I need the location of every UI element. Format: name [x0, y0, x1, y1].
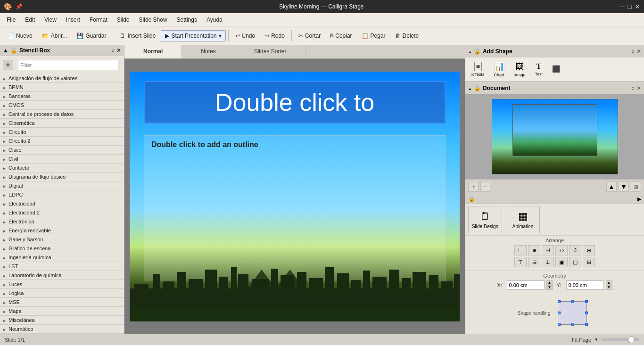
stencil-filter-input[interactable] — [18, 60, 118, 70]
align-center-h-button[interactable]: ⊕ — [528, 245, 540, 255]
insert-slide-button[interactable]: 🗒 Insert Slide — [116, 30, 160, 41]
menu-format[interactable]: Format — [85, 15, 112, 25]
list-item[interactable]: CMOS — [0, 101, 124, 110]
list-item[interactable]: Circuito 2 — [0, 137, 124, 146]
align-middle-v-button[interactable]: ⊟ — [528, 257, 540, 267]
geometry-y-input[interactable] — [566, 280, 604, 290]
align-full-button[interactable]: ⊞ — [583, 245, 595, 255]
start-presentation-button[interactable]: ▶ Start Presentation ▾ — [161, 30, 225, 41]
align-bottom-button[interactable]: ⊥ — [542, 257, 554, 267]
list-item[interactable]: EDPC — [0, 190, 124, 199]
distribute-v-button[interactable]: ⇕ — [569, 245, 581, 255]
abrir-button[interactable]: 📂 Abrir... — [38, 30, 72, 41]
stencil-close-icon[interactable]: ✕ — [116, 47, 121, 54]
menu-edit[interactable]: Edit — [20, 15, 40, 25]
bring-front-button[interactable]: ▣ — [555, 257, 568, 267]
group-button[interactable]: ⊟ — [583, 257, 595, 267]
list-item[interactable]: Lógica — [0, 289, 124, 298]
list-item[interactable]: BPMN — [0, 83, 124, 92]
send-back-button[interactable]: ▢ — [569, 257, 581, 267]
list-item[interactable]: Mapa — [0, 307, 124, 316]
slide-outline-box[interactable]: Double click to add an outline — [144, 135, 446, 281]
doc-remove-button[interactable]: − — [480, 182, 491, 192]
list-item[interactable]: Cisco — [0, 146, 124, 155]
doc-prev-button[interactable]: ▲ — [606, 181, 617, 192]
doc-next-button[interactable]: ▼ — [619, 181, 629, 192]
add-image-button[interactable]: 🖼 Image — [511, 60, 529, 79]
document-collapse-icon[interactable] — [468, 85, 472, 91]
list-item[interactable]: LST — [0, 262, 124, 271]
undo-button[interactable]: ↩ Undo — [231, 30, 260, 41]
slide-design-button[interactable]: 🗒 Slide Design — [468, 206, 502, 233]
list-item[interactable]: Electricidad 2 — [0, 208, 124, 217]
list-item[interactable]: Laboratorio de química — [0, 271, 124, 280]
list-item[interactable]: Ingeniería química — [0, 253, 124, 262]
align-top-button[interactable]: ⊤ — [514, 257, 527, 267]
list-item[interactable]: Neumático — [0, 325, 124, 334]
list-item[interactable]: Miscelánea — [0, 316, 124, 325]
zoom-slider[interactable] — [602, 338, 639, 341]
close-button[interactable]: ✕ — [635, 3, 640, 10]
tab-notes[interactable]: Notes — [182, 45, 235, 58]
list-item[interactable]: Central de proceso de datos — [0, 110, 124, 119]
slide-canvas[interactable]: Double click to Double click to add an o… — [130, 72, 460, 321]
list-item[interactable]: Asignación de flujo de valores — [0, 74, 124, 83]
cortar-button[interactable]: ✂ Cortar — [294, 30, 325, 41]
tab-slides-sorter[interactable]: Slides Sorter — [235, 45, 306, 58]
geometry-x-up-button[interactable]: ▲ — [546, 280, 553, 285]
list-item[interactable]: Cibernética — [0, 119, 124, 128]
list-item[interactable]: Electricidad — [0, 199, 124, 208]
menu-insert[interactable]: Insert — [61, 15, 85, 25]
list-item[interactable]: Gráfico de escena — [0, 244, 124, 253]
add-text-button[interactable]: T Text — [532, 60, 546, 78]
document-close-icon[interactable]: ✕ — [636, 85, 641, 91]
align-left-button[interactable]: ⊢ — [514, 245, 527, 255]
fit-page-dropdown-icon[interactable]: ▾ — [595, 337, 598, 343]
geometry-y-down-button[interactable]: ▼ — [606, 285, 612, 290]
guardar-button[interactable]: 💾 Guardar — [72, 30, 110, 41]
menu-slideshow[interactable]: Slide Show — [134, 15, 172, 25]
menu-settings[interactable]: Settings — [172, 15, 202, 25]
list-item[interactable]: Contacto — [0, 164, 124, 172]
add-richtextshape-button[interactable]: ≡ icTexts — [468, 60, 488, 79]
list-item[interactable]: Digital — [0, 181, 124, 190]
list-item[interactable]: Electrónica — [0, 217, 124, 226]
add-shape-misc-button[interactable]: ⬛ — [549, 63, 563, 75]
add-shape-collapse-icon[interactable] — [468, 49, 472, 54]
panel-collapse-up-icon[interactable]: ▲ — [3, 47, 8, 54]
list-item[interactable]: MSE — [0, 298, 124, 307]
menu-ayuda[interactable]: Ayuda — [202, 15, 227, 25]
list-item[interactable]: Diagrama de flujo básico — [0, 172, 124, 181]
redo-button[interactable]: ↪ Redo — [260, 30, 289, 41]
list-item[interactable]: Gane y Sarson — [0, 235, 124, 244]
slide-title-box[interactable]: Double click to — [144, 81, 446, 123]
stencil-add-button[interactable]: + — [3, 60, 13, 70]
minimize-button[interactable]: ─ — [620, 3, 625, 10]
menu-file[interactable]: File — [2, 15, 20, 25]
align-right-button[interactable]: ⊣ — [542, 245, 554, 255]
add-shape-close-icon[interactable]: ✕ — [636, 48, 641, 55]
distribute-h-button[interactable]: ⇔ — [555, 245, 568, 255]
geometry-x-input[interactable] — [507, 280, 545, 290]
geometry-x-down-button[interactable]: ▼ — [546, 285, 553, 290]
list-item[interactable]: Energía renovable — [0, 226, 124, 235]
delete-button[interactable]: 🗑 Delete — [391, 30, 423, 41]
list-item[interactable]: Circuito — [0, 128, 124, 137]
geometry-y-up-button[interactable]: ▲ — [606, 280, 612, 285]
list-item[interactable]: Luces — [0, 280, 124, 289]
animation-button[interactable]: ▦ Animation — [506, 206, 540, 233]
menu-view[interactable]: View — [40, 15, 61, 25]
tab-normal[interactable]: Normal — [124, 45, 182, 58]
doc-grid-button[interactable]: ⊞ — [631, 181, 641, 192]
maximize-button[interactable]: □ — [628, 3, 632, 10]
list-item[interactable]: Banderas — [0, 92, 124, 101]
list-item[interactable]: Civil — [0, 155, 124, 164]
copiar-button[interactable]: ⎘ Copiar — [326, 30, 356, 41]
doc-add-button[interactable]: + — [468, 182, 479, 192]
tools-expand-icon[interactable]: ▶ — [637, 196, 641, 202]
pegar-button[interactable]: 📋 Pegar — [357, 30, 390, 41]
add-chart-button[interactable]: 📊 Chart — [491, 59, 508, 79]
nuevo-button[interactable]: 📄 Nuevo — [3, 30, 37, 41]
menu-slide[interactable]: Slide — [112, 15, 134, 25]
slide-area[interactable]: Double click to Double click to add an o… — [124, 59, 465, 334]
